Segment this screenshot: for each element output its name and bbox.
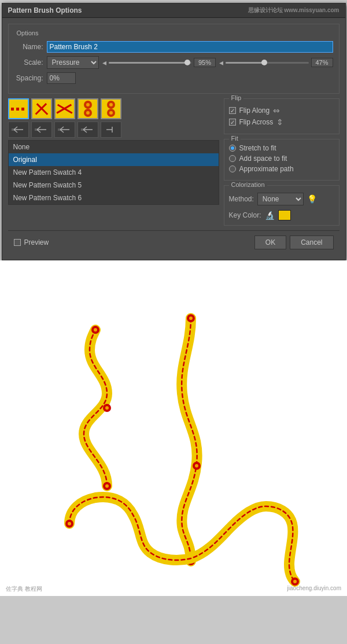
brush-right: Flip Flip Along ⇔ Flip Across ⇕	[224, 98, 339, 226]
watermark-top: 思缘设计论坛 www.missyuan.com	[248, 6, 339, 14]
eyedropper-icon[interactable]: 🔬	[265, 211, 275, 220]
flip-along-row: Flip Along ⇔	[229, 106, 334, 115]
key-color-swatch[interactable]	[278, 210, 291, 220]
fit-stretch-row: Stretch to fit	[229, 144, 334, 152]
dialog-title-text: Pattern Brush Options	[8, 6, 82, 14]
tip-icon: 💡	[307, 194, 317, 204]
tile-4[interactable]	[77, 98, 98, 119]
pattern-item-none[interactable]: None	[9, 141, 219, 153]
ok-button[interactable]: OK	[254, 235, 286, 249]
brush-strokes-svg	[0, 260, 347, 596]
spacing-label: Spacing:	[14, 74, 43, 82]
scale-min-icon2: ◂	[219, 58, 223, 67]
svg-rect-1	[35, 128, 38, 131]
scale-row: Scale: Pressure ◂ 95% ◂	[14, 56, 333, 69]
arrow-tile-3[interactable]	[54, 122, 75, 138]
scale-slider-track[interactable]	[109, 62, 192, 64]
btn-group: OK Cancel	[254, 235, 334, 249]
fit-approx-label: Approximate path	[239, 165, 294, 173]
flip-along-checkbox[interactable]	[229, 107, 236, 114]
dot-left-bottom-inner	[105, 484, 109, 488]
dot-right-top-inner	[189, 317, 193, 320]
tile-2[interactable]	[31, 98, 52, 119]
fit-addspace-radio[interactable]	[229, 155, 236, 162]
watermark-left: 佐字典 教程网	[6, 585, 42, 593]
name-input[interactable]	[47, 41, 333, 53]
fit-stretch-label: Stretch to fit	[239, 144, 276, 152]
key-color-label: Key Color:	[229, 211, 261, 219]
cancel-button[interactable]: Cancel	[290, 235, 333, 249]
arrow-tile-4[interactable]	[77, 122, 98, 138]
tile-1[interactable]	[8, 98, 29, 119]
scale-slider-track2[interactable]	[226, 62, 309, 64]
scale-slider-area2: ◂ 47%	[219, 58, 333, 67]
name-row: Name:	[14, 41, 333, 53]
pattern-brush-dialog: Pattern Brush Options 思缘设计论坛 www.missyua…	[2, 3, 346, 260]
fit-panel: Fit Stretch to fit Add space to fit Appr…	[224, 139, 339, 181]
flip-across-icon: ⇕	[276, 117, 283, 127]
svg-rect-0	[12, 128, 15, 131]
arrow-tile-1[interactable]	[8, 122, 29, 138]
preview-row: Preview	[14, 238, 49, 246]
flip-panel: Flip Flip Along ⇔ Flip Across ⇕	[224, 98, 339, 134]
pattern-item-6[interactable]: New Pattern Swatch 6	[9, 192, 219, 204]
fit-approx-row: Approximate path	[229, 165, 334, 173]
pattern-item-5[interactable]: New Pattern Swatch 5	[9, 179, 219, 192]
preview-checkbox[interactable]	[14, 239, 21, 246]
scale-label: Scale:	[14, 58, 43, 67]
pattern-item-original[interactable]: Original	[9, 153, 219, 166]
fit-label: Fit	[229, 135, 241, 142]
colorization-panel: Colorization Method: None Tints Tints an…	[224, 185, 339, 226]
pattern-item-4[interactable]: New Pattern Swatch 4	[9, 166, 219, 179]
dialog-body: Options Name: Scale: Pressure ◂ 95%	[2, 18, 345, 260]
flip-along-icon: ⇔	[273, 106, 280, 115]
spacing-row: Spacing:	[14, 72, 333, 84]
scale-pct1: 95%	[194, 58, 216, 67]
method-label: Method:	[229, 195, 254, 203]
scale-select[interactable]: Pressure	[47, 56, 99, 69]
dot-left-top-inner	[94, 328, 97, 332]
watermark-right: jiaocheng.diuyin.com	[287, 585, 341, 593]
name-label: Name:	[14, 43, 43, 51]
canvas-area: 佐字典 教程网 jiaocheng.diuyin.com	[0, 260, 347, 596]
tile-5[interactable]	[101, 98, 121, 119]
dot-bottom-right-inner	[293, 580, 297, 583]
dot-left-mid-inner	[105, 406, 109, 410]
brush-main-area: None Original New Pattern Swatch 4 New P…	[8, 98, 339, 226]
pattern-list: None Original New Pattern Swatch 4 New P…	[8, 140, 219, 205]
scale-min-icon: ◂	[102, 58, 106, 67]
method-row: Method: None Tints Tints and Shades Hue …	[229, 193, 334, 205]
dialog-title-bar: Pattern Brush Options 思缘设计论坛 www.missyua…	[2, 3, 345, 18]
dot-right-mid-inner	[195, 464, 198, 468]
dot-bottom-left-inner	[68, 522, 71, 525]
scale-slider-area: ◂ 95%	[102, 58, 216, 67]
preview-label: Preview	[24, 238, 49, 246]
arrow-tile-2[interactable]	[31, 122, 52, 138]
fit-stretch-radio[interactable]	[229, 145, 236, 152]
svg-rect-3	[81, 128, 84, 131]
brush-left: None Original New Pattern Swatch 4 New P…	[8, 98, 219, 226]
colorization-label: Colorization	[229, 181, 267, 188]
tile-row-1	[8, 98, 219, 119]
flip-across-row: Flip Across ⇕	[229, 117, 334, 127]
fit-addspace-row: Add space to fit	[229, 154, 334, 163]
flip-along-label: Flip Along	[239, 106, 270, 115]
bottom-watermark: 佐字典 教程网 jiaocheng.diuyin.com	[0, 585, 347, 593]
fit-approx-radio[interactable]	[229, 165, 236, 172]
arrow-tile-row	[8, 122, 219, 138]
spacing-input[interactable]	[47, 72, 76, 84]
fit-addspace-label: Add space to fit	[239, 154, 287, 163]
scale-pct2: 47%	[311, 58, 333, 67]
tile-3[interactable]	[54, 98, 75, 119]
method-select[interactable]: None Tints Tints and Shades Hue Shift	[257, 193, 304, 205]
svg-rect-2	[58, 128, 61, 131]
flip-across-checkbox[interactable]	[229, 119, 236, 126]
flip-across-label: Flip Across	[239, 118, 274, 126]
options-group-label: Options	[14, 30, 41, 36]
right-panels: Flip Flip Along ⇔ Flip Across ⇕	[224, 98, 339, 226]
bottom-bar: Preview OK Cancel	[8, 230, 339, 254]
flip-label: Flip	[229, 94, 244, 101]
options-group: Options Name: Scale: Pressure ◂ 95%	[8, 24, 339, 94]
arrow-tile-5[interactable]	[101, 122, 121, 138]
key-color-row: Key Color: 🔬	[229, 210, 334, 220]
